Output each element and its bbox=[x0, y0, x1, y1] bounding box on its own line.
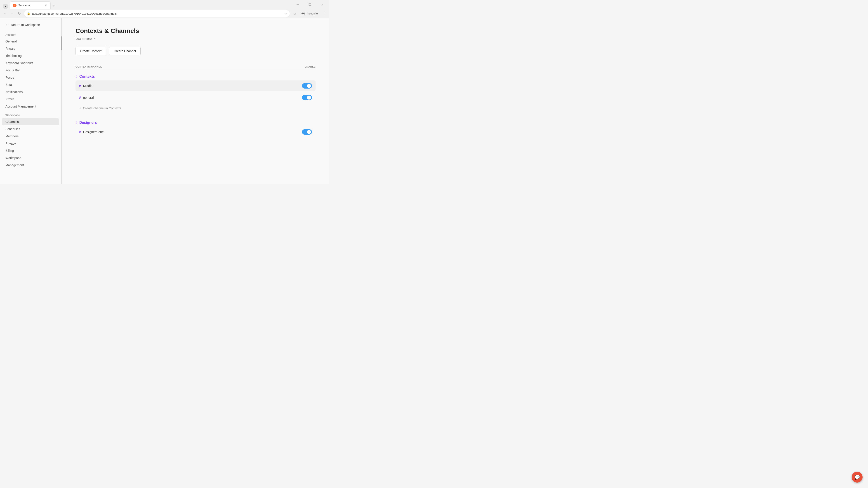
tab-favicon: S bbox=[13, 4, 17, 7]
plus-icon-contexts: + bbox=[79, 106, 81, 110]
account-nav-items: General Rituals Timeboxing Keyboard Shor… bbox=[0, 38, 61, 110]
channel-hash-icon-designers-one: # bbox=[79, 130, 81, 134]
create-channel-in-contexts[interactable]: + Create channel in Contexts bbox=[75, 104, 315, 112]
svg-point-0 bbox=[303, 13, 303, 14]
return-to-workspace-link[interactable]: ← Return to workspace bbox=[5, 23, 55, 27]
channel-row-middle[interactable]: # Middle bbox=[75, 80, 315, 91]
learn-more-label: Learn more bbox=[75, 37, 92, 40]
main-content: Contexts & Channels Learn more ↗ Create … bbox=[62, 18, 329, 184]
tab-close-button[interactable]: ✕ bbox=[44, 4, 48, 7]
forward-button[interactable]: → bbox=[9, 10, 16, 17]
sidebar-item-focus-bar[interactable]: Focus Bar bbox=[0, 67, 61, 74]
sidebar: ← Return to workspace Account General Ri… bbox=[0, 18, 61, 184]
action-buttons: Create Context Create Channel bbox=[75, 47, 315, 55]
tab-bar: ▾ S Sunsama ✕ + ─ ❐ ✕ bbox=[0, 0, 329, 9]
address-bar[interactable]: 🔒 app.sunsama.com/group/1702570104013617… bbox=[24, 10, 290, 17]
nav-left: ← → ↻ bbox=[2, 10, 23, 17]
channel-label-general: general bbox=[83, 96, 94, 99]
group-name-designers: Designers bbox=[79, 121, 97, 125]
incognito-badge: Incognito bbox=[299, 10, 320, 17]
sidebar-item-schedules[interactable]: Schedules bbox=[0, 125, 61, 133]
extensions-button[interactable]: ⧉ bbox=[291, 10, 298, 17]
create-context-button[interactable]: Create Context bbox=[75, 47, 106, 55]
toggle-general[interactable] bbox=[302, 95, 312, 100]
account-section-label: Account bbox=[0, 30, 61, 38]
browser-nav: ← → ↻ 🔒 app.sunsama.com/group/1702570104… bbox=[0, 9, 329, 18]
workspace-nav-items: Channels Schedules Members Privacy Billi… bbox=[0, 118, 61, 169]
sidebar-item-channels[interactable]: Channels bbox=[2, 118, 59, 125]
sidebar-scrollbar bbox=[61, 18, 62, 184]
sidebar-item-account-management[interactable]: Account Management bbox=[0, 103, 61, 110]
sidebar-item-billing[interactable]: Billing bbox=[0, 147, 61, 154]
sidebar-item-workspace[interactable]: Workspace bbox=[0, 154, 61, 162]
toggle-middle[interactable] bbox=[302, 83, 312, 89]
external-link-icon: ↗ bbox=[93, 37, 95, 40]
hash-icon-contexts: # bbox=[75, 74, 78, 78]
channel-label-designers-one: Designers-one bbox=[83, 130, 104, 134]
channel-hash-icon-middle: # bbox=[79, 84, 81, 88]
group-name-contexts: Contexts bbox=[79, 74, 95, 78]
channel-name-middle: # Middle bbox=[79, 84, 92, 88]
sidebar-item-timeboxing[interactable]: Timeboxing bbox=[0, 52, 61, 59]
nav-actions: ⧉ Incognito ⋮ bbox=[291, 10, 327, 17]
lock-icon: 🔒 bbox=[27, 12, 30, 15]
close-button[interactable]: ✕ bbox=[317, 0, 327, 9]
sidebar-item-privacy[interactable]: Privacy bbox=[0, 140, 61, 147]
col-enable-label: ENABLE bbox=[305, 65, 315, 68]
reload-button[interactable]: ↻ bbox=[16, 10, 23, 17]
sidebar-header: ← Return to workspace bbox=[0, 18, 61, 30]
group-header-contexts: # Contexts bbox=[75, 72, 315, 80]
channel-row-designers-one[interactable]: # Designers-one bbox=[75, 127, 315, 137]
app-layout: ← Return to workspace Account General Ri… bbox=[0, 18, 329, 184]
workspace-section-label: Workspace bbox=[0, 110, 61, 118]
browser-chrome: ▾ S Sunsama ✕ + ─ ❐ ✕ ← → ↻ 🔒 app.sunsam… bbox=[0, 0, 329, 18]
sidebar-item-notifications[interactable]: Notifications bbox=[0, 88, 61, 96]
channel-name-designers-one: # Designers-one bbox=[79, 130, 104, 134]
sidebar-item-management[interactable]: Management bbox=[0, 162, 61, 169]
col-channel-label: CONTEXT/CHANNEL bbox=[75, 65, 102, 68]
menu-button[interactable]: ⋮ bbox=[321, 10, 327, 17]
sidebar-item-beta[interactable]: Beta bbox=[0, 81, 61, 88]
incognito-label: Incognito bbox=[307, 12, 318, 15]
minimize-button[interactable]: ─ bbox=[292, 0, 303, 9]
tab-label: Sunsama bbox=[18, 4, 42, 7]
channel-row-general[interactable]: # general bbox=[75, 92, 315, 103]
create-channel-button[interactable]: Create Channel bbox=[109, 47, 141, 55]
toggle-designers-one[interactable] bbox=[302, 129, 312, 135]
active-tab[interactable]: S Sunsama ✕ bbox=[10, 1, 51, 9]
new-tab-button[interactable]: + bbox=[51, 3, 57, 9]
channel-hash-icon-general: # bbox=[79, 96, 81, 99]
channel-group-designers: # Designers # Designers-one bbox=[75, 118, 315, 137]
page-title: Contexts & Channels bbox=[75, 27, 315, 35]
create-in-contexts-label: Create channel in Contexts bbox=[83, 106, 121, 110]
profile-switcher[interactable]: ▾ bbox=[3, 4, 8, 9]
window-controls: ─ ❐ ✕ bbox=[292, 0, 327, 9]
back-button[interactable]: ← bbox=[2, 10, 8, 17]
scrollbar-thumb bbox=[61, 36, 62, 50]
svg-point-1 bbox=[304, 13, 304, 14]
channel-label-middle: Middle bbox=[83, 84, 92, 88]
sidebar-item-members[interactable]: Members bbox=[0, 133, 61, 140]
bookmark-icon[interactable]: ☆ bbox=[285, 12, 287, 15]
restore-button[interactable]: ❐ bbox=[305, 0, 315, 9]
channel-group-contexts: # Contexts # Middle # general bbox=[75, 72, 315, 112]
address-text: app.sunsama.com/group/17025701040136170/… bbox=[32, 12, 283, 15]
sidebar-item-keyboard-shortcuts[interactable]: Keyboard Shortcuts bbox=[0, 59, 61, 67]
sidebar-item-rituals[interactable]: Rituals bbox=[0, 45, 61, 52]
sidebar-item-general[interactable]: General bbox=[0, 38, 61, 45]
channels-table: CONTEXT/CHANNEL ENABLE # Contexts # Midd… bbox=[75, 64, 315, 137]
back-arrow-icon: ← bbox=[5, 23, 9, 27]
group-header-designers: # Designers bbox=[75, 118, 315, 127]
sidebar-item-profile[interactable]: Profile bbox=[0, 96, 61, 103]
return-to-workspace-label: Return to workspace bbox=[11, 23, 40, 27]
table-header: CONTEXT/CHANNEL ENABLE bbox=[75, 64, 315, 70]
learn-more-link[interactable]: Learn more ↗ bbox=[75, 37, 315, 40]
hash-icon-designers: # bbox=[75, 121, 78, 125]
sidebar-item-focus[interactable]: Focus bbox=[0, 74, 61, 81]
channel-name-general: # general bbox=[79, 96, 94, 99]
